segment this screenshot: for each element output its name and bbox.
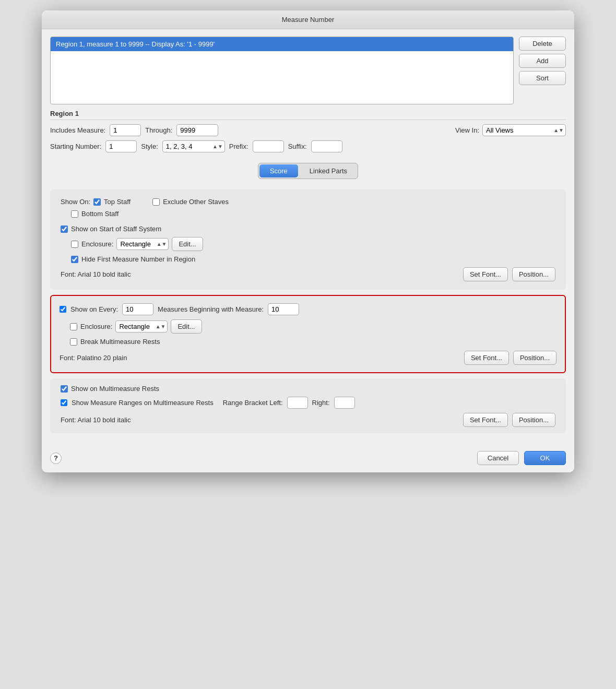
enclosure1-label: Enclosure:	[81, 240, 113, 248]
enclosure2-row: Enclosure: Rectangle Ellipse Triangle Di…	[70, 319, 556, 334]
show-on-start-row: Show on Start of Staff System	[61, 225, 555, 233]
suffix-label: Suffix:	[288, 142, 307, 150]
bottom-actions: Cancel OK	[477, 451, 566, 465]
top-staff-label: Top Staff	[104, 198, 131, 206]
right-label: Right:	[312, 399, 330, 407]
enclosure1-select[interactable]: Rectangle Ellipse Triangle Diamond None	[116, 238, 169, 250]
top-staff-checkbox[interactable]	[93, 198, 101, 206]
font1-position-button[interactable]: Position...	[512, 267, 555, 281]
hide-first-label: Hide First Measure Number in Region	[81, 255, 195, 263]
exclude-staves-label: Exclude Other Staves	[163, 198, 229, 206]
font3-row: Font: Arial 10 bold italic Set Font... P…	[61, 413, 555, 427]
enclosure1-row: Enclosure: Rectangle Ellipse Triangle Di…	[71, 237, 555, 251]
show-on-every-checkbox[interactable]	[60, 306, 66, 313]
show-on-every-row: Show on Every: Measures Beginning with M…	[60, 303, 556, 315]
linked-parts-tab[interactable]: Linked Parts	[299, 163, 358, 179]
font2-label-text: Font: Palatino 20 plain	[60, 354, 127, 362]
prefix-input[interactable]	[253, 140, 284, 152]
hide-first-row: Hide First Measure Number in Region	[71, 255, 555, 263]
delete-button[interactable]: Delete	[519, 37, 566, 51]
style-select-wrap: 1, 2, 3, 4 a, b, c, d A, B, C, D i, ii, …	[162, 140, 225, 152]
through-input[interactable]	[176, 124, 218, 136]
starting-number-input[interactable]	[105, 140, 137, 152]
measures-beginning-label: Measures Beginning with Measure:	[158, 305, 264, 313]
range-bracket-left-label: Range Bracket Left:	[223, 399, 283, 407]
font2-label: Font:	[60, 354, 75, 362]
font1-label: Font:	[61, 270, 76, 278]
help-button[interactable]: ?	[50, 453, 62, 464]
ok-button[interactable]: OK	[524, 451, 566, 465]
view-in-wrap: View In: All Views Score Only Parts Only…	[222, 124, 566, 136]
show-multimeasure-row: Show on Multimeasure Rests	[61, 385, 555, 393]
show-on-row: Show On: Top Staff Exclude Other Staves	[61, 198, 555, 206]
font3-set-font-button[interactable]: Set Font...	[463, 413, 508, 427]
add-button[interactable]: Add	[519, 54, 566, 68]
bottom-staff-label: Bottom Staff	[81, 210, 119, 218]
font1-buttons: Set Font... Position...	[463, 267, 555, 281]
includes-measure-input[interactable]	[110, 124, 141, 136]
show-multimeasure-checkbox[interactable]	[61, 385, 68, 393]
font2-buttons: Set Font... Position...	[464, 351, 556, 365]
show-measure-ranges-row: Show Measure Ranges on Multimeasure Rest…	[61, 397, 555, 409]
top-section: Region 1, measure 1 to 9999 -- Display A…	[50, 37, 566, 104]
region-list[interactable]: Region 1, measure 1 to 9999 -- Display A…	[50, 37, 514, 104]
style-label: Style:	[141, 142, 158, 150]
show-on-start-label: Show on Start of Staff System	[71, 225, 161, 233]
form-row-2: Starting Number: Style: 1, 2, 3, 4 a, b,…	[50, 140, 566, 152]
sort-button[interactable]: Sort	[519, 71, 566, 85]
show-measure-ranges-checkbox[interactable]	[61, 399, 67, 406]
font3-value: Arial 10 bold italic	[78, 416, 131, 424]
region-label: Region 1	[50, 110, 566, 120]
font3-position-button[interactable]: Position...	[512, 413, 555, 427]
font2-set-font-button[interactable]: Set Font...	[464, 351, 509, 365]
enclosure2-checkbox[interactable]	[70, 323, 77, 330]
starting-number-label: Starting Number:	[50, 142, 101, 150]
suffix-input[interactable]	[311, 140, 342, 152]
list-buttons: Delete Add Sort	[519, 37, 566, 104]
beginning-value-input[interactable]	[268, 303, 299, 315]
dialog-title: Measure Number	[282, 16, 334, 23]
break-multimeasure-label: Break Multimeasure Rests	[80, 338, 160, 346]
font2-value: Palatino 20 plain	[77, 354, 127, 362]
bottom-bar: ? Cancel OK	[42, 446, 574, 472]
range-bracket-left-input[interactable]	[287, 397, 308, 409]
show-on-start-checkbox[interactable]	[61, 225, 68, 233]
enclosure2-select-wrap: Rectangle Ellipse Triangle Diamond None …	[115, 320, 168, 332]
exclude-staves-checkbox[interactable]	[152, 198, 160, 206]
show-on-every-label: Show on Every:	[70, 305, 118, 313]
view-in-select[interactable]: All Views Score Only Parts Only	[482, 124, 566, 136]
through-label: Through:	[145, 126, 172, 134]
measure-number-dialog: Measure Number Region 1, measure 1 to 99…	[42, 10, 574, 472]
break-multimeasure-checkbox[interactable]	[70, 338, 77, 346]
font2-row: Font: Palatino 20 plain Set Font... Posi…	[60, 351, 556, 365]
font1-set-font-button[interactable]: Set Font...	[463, 267, 508, 281]
font1-value: Arial 10 bold italic	[78, 270, 131, 278]
enclosure1-edit-button[interactable]: Edit...	[172, 237, 203, 251]
font1-row: Font: Arial 10 bold italic Set Font... P…	[61, 267, 555, 281]
bottom-panel: Show on Multimeasure Rests Show Measure …	[50, 378, 566, 433]
form-row-1: Includes Measure: Through: View In: All …	[50, 124, 566, 136]
enclosure2-edit-button[interactable]: Edit...	[171, 319, 202, 334]
font3-label: Font:	[61, 416, 76, 424]
enclosure1-select-wrap: Rectangle Ellipse Triangle Diamond None …	[116, 238, 169, 250]
font2-position-button[interactable]: Position...	[513, 351, 556, 365]
show-measure-ranges-label: Show Measure Ranges on Multimeasure Rest…	[72, 399, 214, 407]
style-select[interactable]: 1, 2, 3, 4 a, b, c, d A, B, C, D i, ii, …	[162, 140, 225, 152]
title-bar: Measure Number	[42, 10, 574, 29]
cancel-button[interactable]: Cancel	[477, 451, 519, 465]
enclosure1-checkbox[interactable]	[71, 241, 78, 248]
segmented-control: Score Linked Parts	[258, 163, 358, 179]
enclosure2-select[interactable]: Rectangle Ellipse Triangle Diamond None	[115, 320, 168, 332]
view-in-label: View In:	[455, 126, 479, 134]
range-bracket-right-input[interactable]	[334, 397, 355, 409]
includes-measure-label: Includes Measure:	[50, 126, 105, 134]
font3-buttons: Set Font... Position...	[463, 413, 555, 427]
list-item[interactable]: Region 1, measure 1 to 9999 -- Display A…	[51, 37, 513, 51]
score-tab[interactable]: Score	[259, 164, 298, 177]
show-on-every-input[interactable]	[122, 303, 153, 315]
show-multimeasure-label: Show on Multimeasure Rests	[71, 385, 159, 393]
hide-first-checkbox[interactable]	[71, 256, 78, 263]
bottom-staff-checkbox[interactable]	[71, 210, 78, 218]
segmented-wrap: Score Linked Parts	[50, 158, 566, 184]
show-on-label: Show On:	[61, 198, 90, 206]
